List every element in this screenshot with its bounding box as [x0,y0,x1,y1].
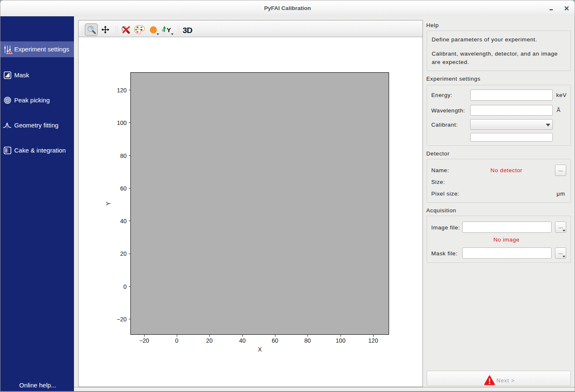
svg-text:Y: Y [167,26,171,33]
svg-text:o: o [162,28,164,32]
